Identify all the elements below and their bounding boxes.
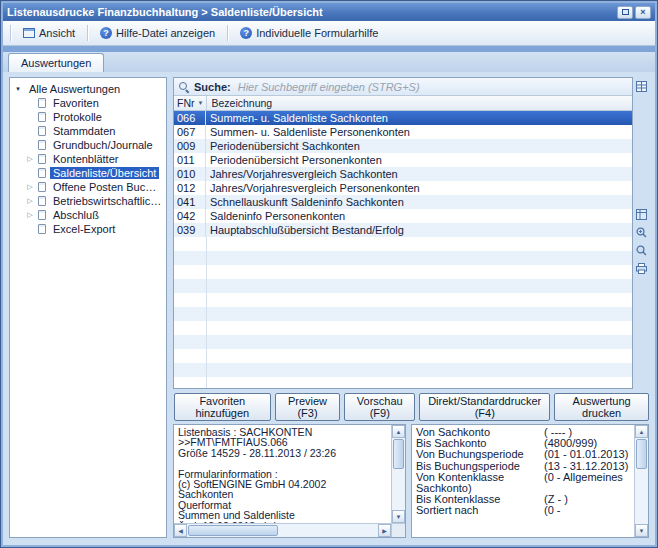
empty-rows-filler xyxy=(174,237,632,388)
param-entry: Von Kontenklasse(0 - Allgemeines Sachkon… xyxy=(416,472,630,494)
column-header-bezeichnung[interactable]: Bezeichnung xyxy=(207,96,632,110)
tree-item-betriebswirtschaftlich[interactable]: ▷ Betriebswirtschaftliche Auswertungen xyxy=(11,194,165,208)
zoom-icon xyxy=(636,245,647,256)
cell-fnr: 042 xyxy=(174,209,206,223)
cell-fnr: 041 xyxy=(174,195,206,209)
param-value: (01 - 01.01.2013) xyxy=(544,448,628,460)
tree-item-excel-export[interactable]: Excel-Export xyxy=(11,222,165,236)
window-title: Listenausdrucke Finanzbuchhaltung > Sald… xyxy=(7,6,615,18)
column-label: Bezeichnung xyxy=(211,97,272,109)
search-input[interactable] xyxy=(236,80,627,94)
vorschau-button[interactable]: Vorschau (F9) xyxy=(344,393,415,421)
ansicht-button[interactable]: Ansicht xyxy=(16,24,82,42)
cell-bezeichnung: Hauptabschlußübersicht Bestand/Erfolg xyxy=(206,223,632,237)
form-info-panel: Listenbasis : SACHKONTEN >>FMT\FMTFIAUS.… xyxy=(173,424,406,538)
expand-icon[interactable]: ▷ xyxy=(26,197,34,205)
maximize-button[interactable] xyxy=(617,6,633,19)
zoom-in-button[interactable] xyxy=(634,225,648,239)
scroll-down-icon[interactable]: ▼ xyxy=(635,524,648,537)
search-bar: Suche: xyxy=(174,78,632,96)
expand-icon[interactable]: ▷ xyxy=(26,155,34,163)
tree-item-label: Saldenliste/Übersicht xyxy=(50,167,159,179)
search-icon xyxy=(179,82,189,92)
table-row[interactable]: 066 Summen- u. Saldenliste Sachkonten xyxy=(174,111,632,125)
cell-fnr: 012 xyxy=(174,181,206,195)
scroll-down-icon[interactable]: ▼ xyxy=(392,510,405,523)
tree-item-abschluss[interactable]: ▷ Abschluß xyxy=(11,208,165,222)
column-header-fnr[interactable]: FNr ▼ xyxy=(174,96,207,110)
scroll-track[interactable] xyxy=(635,438,648,524)
sort-desc-icon: ▼ xyxy=(198,100,204,106)
cell-bezeichnung: Jahres/Vorjahresvergleich Sachkonten xyxy=(206,167,632,181)
scroll-up-icon[interactable]: ▲ xyxy=(392,425,405,438)
scroll-thumb[interactable] xyxy=(636,439,647,469)
param-value: (Z - ) xyxy=(544,493,568,505)
info-line: Größe 14529 - 28.11.2013 / 23:26 xyxy=(178,448,387,458)
tree-item-label: Kontenblätter xyxy=(50,153,121,165)
vertical-scrollbar[interactable]: ▲ ▼ xyxy=(634,425,648,537)
side-toolbar-group xyxy=(634,207,648,275)
grid-icon xyxy=(636,81,647,92)
bottom-panels: Listenbasis : SACHKONTEN >>FMT\FMTFIAUS.… xyxy=(173,424,649,538)
param-value: (4800/999) xyxy=(544,437,597,449)
tree-item-label: Protokolle xyxy=(50,111,105,123)
vertical-scrollbar[interactable]: ▲ ▼ xyxy=(391,425,405,523)
cell-bezeichnung: Saldeninfo Personenkonten xyxy=(206,209,632,223)
table-row[interactable]: 011 Periodenübersicht Personenkonten xyxy=(174,153,632,167)
param-value: (13 - 31.12.2013) xyxy=(544,460,628,472)
direkt-standarddrucker-button[interactable]: Direkt/Standarddrucker (F4) xyxy=(419,393,550,421)
column-label: FNr xyxy=(177,97,195,109)
tree-item-label: Excel-Export xyxy=(50,223,118,235)
tree-item-kontenblaetter[interactable]: ▷ Kontenblätter xyxy=(11,152,165,166)
table-row[interactable]: 067 Summen- u. Saldenliste Personenkonte… xyxy=(174,125,632,139)
table-body: 066 Summen- u. Saldenliste Sachkonten 06… xyxy=(174,111,632,237)
preview-button[interactable]: Preview (F3) xyxy=(275,393,341,421)
scroll-thumb[interactable] xyxy=(188,525,278,536)
table-row[interactable]: 041 Schnellauskunft Saldeninfo Sachkonte… xyxy=(174,195,632,209)
favoriten-hinzufuegen-button[interactable]: Favoriten hinzufügen xyxy=(174,393,271,421)
tree-root[interactable]: ▾ Alle Auswertungen xyxy=(11,81,165,96)
form-help-button[interactable]: ? Individuelle Formularhilfe xyxy=(233,24,385,42)
table-row[interactable]: 042 Saldeninfo Personenkonten xyxy=(174,209,632,223)
tree-item-label: Offene Posten Buchhaltung xyxy=(50,181,165,193)
cell-fnr: 011 xyxy=(174,153,206,167)
scroll-left-icon[interactable]: ◀ xyxy=(174,524,187,537)
zoom-button[interactable] xyxy=(634,243,648,257)
expand-icon[interactable]: ▷ xyxy=(26,211,34,219)
help-file-label: Hilfe-Datei anzeigen xyxy=(116,27,215,39)
table-row[interactable]: 010 Jahres/Vorjahresvergleich Sachkonten xyxy=(174,167,632,181)
help-icon: ? xyxy=(240,27,252,39)
tree-item-grundbuch[interactable]: Grundbuch/Journale xyxy=(11,138,165,152)
horizontal-scrollbar[interactable]: ◀ ▶ xyxy=(174,523,391,537)
tree-item-favoriten[interactable]: Favoriten xyxy=(11,96,165,110)
table-row[interactable]: 039 Hauptabschlußübersicht Bestand/Erfol… xyxy=(174,223,632,237)
table-view-button[interactable] xyxy=(634,207,648,221)
table-row[interactable]: 009 Periodenübersicht Sachkonten xyxy=(174,139,632,153)
tree-item-protokolle[interactable]: Protokolle xyxy=(11,110,165,124)
scroll-track[interactable] xyxy=(392,438,405,510)
auswertung-drucken-button[interactable]: Auswertung drucken xyxy=(554,393,649,421)
scroll-track[interactable] xyxy=(187,524,378,537)
tree-item-saldenliste[interactable]: Saldenliste/Übersicht xyxy=(11,166,165,180)
tab-auswertungen[interactable]: Auswertungen xyxy=(8,53,104,72)
help-file-button[interactable]: ? Hilfe-Datei anzeigen xyxy=(93,24,222,42)
print-button[interactable] xyxy=(634,261,648,275)
scroll-thumb[interactable] xyxy=(393,439,404,469)
close-icon: × xyxy=(640,8,645,17)
table-icon xyxy=(636,209,647,220)
scroll-right-icon[interactable]: ▶ xyxy=(378,524,391,537)
cell-fnr: 010 xyxy=(174,167,206,181)
toolbar: Ansicht ? Hilfe-Datei anzeigen ? Individ… xyxy=(3,21,655,46)
tree-item-offene-posten[interactable]: ▷ Offene Posten Buchhaltung xyxy=(11,180,165,194)
table-row[interactable]: 012 Jahres/Vorjahresvergleich Personenko… xyxy=(174,181,632,195)
expand-icon[interactable]: ▷ xyxy=(26,183,34,191)
tree-item-label: Stammdaten xyxy=(50,125,118,137)
scroll-up-icon[interactable]: ▲ xyxy=(635,425,648,438)
tab-strip: Auswertungen xyxy=(3,46,655,72)
close-button[interactable]: × xyxy=(635,6,651,19)
column-options-button[interactable] xyxy=(634,79,648,93)
collapse-icon[interactable]: ▾ xyxy=(14,85,22,93)
tree-item-stammdaten[interactable]: Stammdaten xyxy=(11,124,165,138)
document-icon xyxy=(38,182,46,192)
titlebar: Listenausdrucke Finanzbuchhaltung > Sald… xyxy=(3,3,655,21)
